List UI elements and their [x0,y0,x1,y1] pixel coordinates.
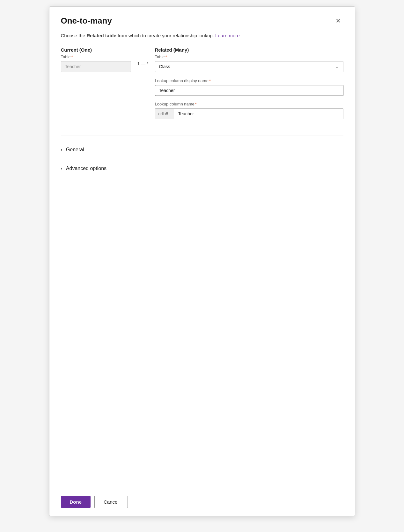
related-table-label: Table* [155,54,343,59]
lookup-name-prefix: crfb6_ [155,109,174,119]
done-button[interactable]: Done [61,496,91,508]
current-table-input: Teacher [61,61,131,72]
related-many-section: Related (Many) Table* Class ⌄ Lookup col… [155,47,343,125]
chevron-down-icon: ⌄ [335,64,339,69]
lookup-display-label: Lookup column display name* [155,78,343,83]
learn-more-link[interactable]: Learn more [215,33,240,38]
dialog-footer: Done Cancel [49,488,355,516]
required-star: * [71,54,73,59]
related-table-value: Class [159,64,170,69]
lookup-name-label: Lookup column name* [155,102,343,106]
lookup-name-input[interactable] [174,109,343,119]
description-bold: Related table [86,33,116,38]
description-text: Choose the [61,33,87,38]
lookup-display-required-star: * [209,78,211,83]
lookup-name-field: crfb6_ [155,108,343,119]
dialog-body: Current (One) Table* Teacher 1 — * Relat… [49,47,355,488]
lookup-name-required-star: * [195,102,197,106]
related-section-header: Related (Many) [155,47,343,53]
general-section-title: General [66,147,84,153]
general-section: › General [61,140,343,159]
general-chevron-icon: › [61,147,62,152]
relationship-connector: 1 — * [137,47,149,66]
description-text2: from which to create your relationship l… [116,33,215,38]
advanced-section-title: Advanced options [66,166,107,171]
related-table-dropdown[interactable]: Class ⌄ [155,61,343,72]
advanced-chevron-icon: › [61,166,62,171]
lookup-display-group: Lookup column display name* [155,78,343,96]
one-to-many-dialog: One-to-many ✕ Choose the Related table f… [49,6,355,516]
current-section-header: Current (One) [61,47,131,53]
dialog-title: One-to-many [61,16,112,26]
dialog-header: One-to-many ✕ [49,7,355,32]
current-table-label: Table* [61,54,131,59]
close-button[interactable]: ✕ [333,16,343,26]
lookup-name-group: Lookup column name* crfb6_ [155,102,343,119]
general-section-header[interactable]: › General [61,147,343,153]
dialog-description: Choose the Related table from which to c… [49,32,355,47]
advanced-section-header[interactable]: › Advanced options [61,166,343,171]
lookup-display-input[interactable] [155,85,343,96]
cancel-button[interactable]: Cancel [94,496,128,508]
related-required-star: * [165,54,167,59]
section-divider-1 [61,135,343,135]
advanced-section: › Advanced options [61,159,343,178]
current-one-section: Current (One) Table* Teacher [61,47,131,72]
relationship-section: Current (One) Table* Teacher 1 — * Relat… [61,47,343,125]
